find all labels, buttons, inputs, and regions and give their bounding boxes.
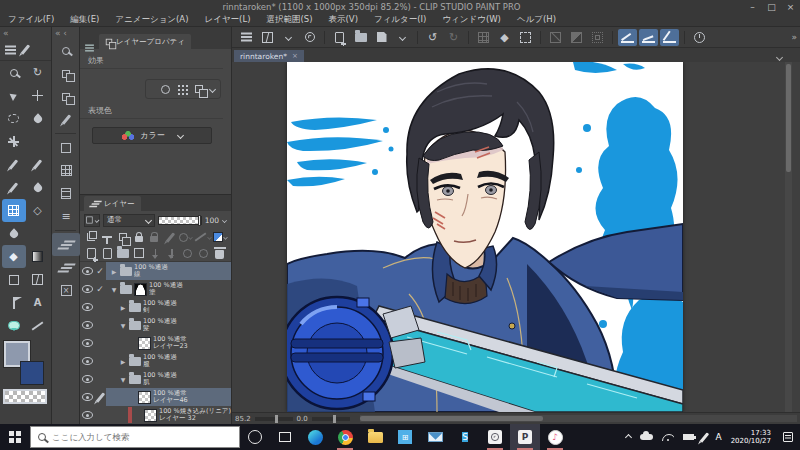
qa-panel-icon[interactable]: [52, 136, 80, 159]
expand-arrow[interactable]: ▶: [110, 268, 118, 275]
search-input[interactable]: [52, 432, 212, 442]
layer-row[interactable]: 100 %通常レイヤー46: [80, 388, 231, 406]
qa-modify-brush-icon[interactable]: [52, 108, 80, 131]
canvas-tab[interactable]: rinntaroken* ×: [234, 50, 304, 62]
tray-ime-icon[interactable]: A: [715, 432, 721, 442]
qa-flip-canvas-icon[interactable]: [52, 62, 80, 85]
save-chevron-icon[interactable]: [393, 29, 412, 46]
qa-flatten-icon[interactable]: [52, 256, 80, 279]
tray-wifi-icon[interactable]: [662, 434, 674, 441]
qa-merge-visible-icon[interactable]: [52, 233, 80, 256]
draft-layer-icon[interactable]: [162, 232, 178, 243]
taskbar-store-button[interactable]: ⊞: [390, 424, 420, 450]
menu-edit[interactable]: 編集(E): [62, 14, 107, 26]
clip-studio-how-to-icon[interactable]: [690, 29, 709, 46]
create-mask-icon[interactable]: [180, 249, 196, 258]
taskbar-edge-button[interactable]: [300, 424, 330, 450]
new-canvas-icon[interactable]: [330, 29, 349, 46]
tab-layer[interactable]: レイヤー: [84, 196, 141, 211]
taskbar-cortana-button[interactable]: [240, 424, 270, 450]
new-vector-layer-icon[interactable]: [99, 248, 115, 259]
undo-icon[interactable]: ↺: [423, 29, 442, 46]
taskbar-clip-studio-paint-button[interactable]: P: [510, 424, 540, 450]
taskbar-search[interactable]: [30, 426, 240, 448]
selection-tool[interactable]: [2, 107, 26, 130]
layer-check-column[interactable]: ✓: [94, 267, 106, 276]
layer-color-effect-icon[interactable]: [195, 85, 203, 93]
taskbar-explorer-button[interactable]: [360, 424, 390, 450]
qa-timeline-icon[interactable]: [52, 182, 80, 205]
zoom-slider[interactable]: [255, 417, 293, 421]
new-raster-layer-icon[interactable]: [83, 248, 99, 259]
snap-to-ruler-icon[interactable]: [618, 29, 637, 46]
tool-palette-collapse[interactable]: «: [0, 27, 51, 39]
expression-color-dropdown[interactable]: カラー: [92, 127, 212, 144]
menu-selection[interactable]: 選択範囲(S): [258, 14, 320, 26]
opacity-stepper[interactable]: [222, 218, 227, 223]
layer-visibility-toggle[interactable]: [80, 339, 94, 347]
eyedropper-tool[interactable]: [26, 107, 50, 130]
save-icon[interactable]: [372, 29, 391, 46]
layer-check-column[interactable]: ✓: [94, 285, 106, 294]
layer-row[interactable]: ✓ ▶ 100 %通過線: [80, 262, 231, 280]
layer-row[interactable]: ▶ 100 %通過服: [80, 352, 231, 370]
change-canvas-size-icon[interactable]: [516, 29, 535, 46]
vertical-scrollbar[interactable]: [785, 62, 792, 412]
layer-visibility-toggle[interactable]: [80, 375, 94, 383]
apply-mask-icon[interactable]: [196, 249, 212, 258]
sub-color-swatch[interactable]: [20, 361, 44, 385]
correct-line-tool[interactable]: [26, 314, 50, 337]
snap-to-special-ruler-icon[interactable]: [639, 29, 658, 46]
brush-tool[interactable]: [2, 176, 26, 199]
canvas-viewport[interactable]: [232, 62, 800, 412]
eraser-tool[interactable]: ◇: [26, 199, 50, 222]
horizontal-scrollbar[interactable]: [360, 415, 797, 422]
minimize-button[interactable]: –: [743, 0, 762, 14]
blend-mode-select[interactable]: 通常: [103, 214, 155, 227]
qa-zoom-icon[interactable]: [52, 39, 80, 62]
selection-border-icon[interactable]: [588, 29, 607, 46]
expand-arrow[interactable]: ▶: [119, 304, 127, 311]
layer-visibility-toggle[interactable]: [80, 357, 94, 365]
document-canvas[interactable]: [287, 62, 683, 412]
tray-onedrive-icon[interactable]: [640, 434, 653, 440]
ruler-layer-icon[interactable]: [194, 235, 212, 240]
menu-help[interactable]: ヘルプ(H): [509, 14, 564, 26]
layer-row[interactable]: ▶ 100 %通過剣: [80, 298, 231, 316]
move-layer-tool[interactable]: [26, 84, 50, 107]
qa-list-icon[interactable]: ≡: [52, 205, 80, 228]
blend-tool[interactable]: [2, 222, 26, 245]
taskbar-itunes-button[interactable]: ♪: [540, 424, 570, 450]
figure-tool[interactable]: [2, 268, 26, 291]
zoom-tool[interactable]: [2, 61, 26, 84]
layer-check-column[interactable]: [94, 392, 106, 403]
frame-border-tool[interactable]: [26, 268, 50, 291]
reference-layer-icon[interactable]: [178, 233, 194, 242]
layer-palette-color-icon[interactable]: [212, 232, 228, 242]
taskbar-chrome-button[interactable]: [330, 424, 360, 450]
open-file-icon[interactable]: [351, 29, 370, 46]
expand-arrow[interactable]: ▼: [110, 286, 118, 293]
show-panel-chevron-icon[interactable]: [776, 54, 783, 61]
taskbar-clock[interactable]: 17:33 2020/10/27: [731, 429, 771, 446]
menu-view[interactable]: 表示(V): [321, 14, 366, 26]
layer-row[interactable]: ▼ 100 %通過髪: [80, 316, 231, 334]
layer-visibility-toggle[interactable]: [80, 321, 94, 329]
quick-access-collapse[interactable]: « ‹: [52, 27, 79, 39]
tone-effect-icon[interactable]: [177, 84, 188, 95]
clip-to-layer-below-icon[interactable]: [83, 233, 99, 241]
lock-layer-icon[interactable]: [131, 232, 147, 242]
layer-visibility-toggle[interactable]: [80, 303, 94, 311]
opacity-slider[interactable]: [158, 216, 202, 225]
rotate-canvas-tool[interactable]: ↻: [26, 61, 50, 84]
transparent-color-swatch[interactable]: [3, 389, 47, 404]
pencil-tool[interactable]: [26, 153, 50, 176]
workspace-chevron-icon[interactable]: [279, 29, 298, 46]
clear-icon[interactable]: [474, 29, 493, 46]
menu-filter[interactable]: フィルター(I): [366, 14, 434, 26]
redo-icon[interactable]: ↻: [444, 29, 463, 46]
delete-layer-icon[interactable]: [212, 248, 228, 259]
liquify-tool[interactable]: ◆: [2, 245, 26, 268]
maximize-button[interactable]: □: [762, 0, 781, 14]
qa-delete-icon[interactable]: ×: [52, 279, 80, 302]
